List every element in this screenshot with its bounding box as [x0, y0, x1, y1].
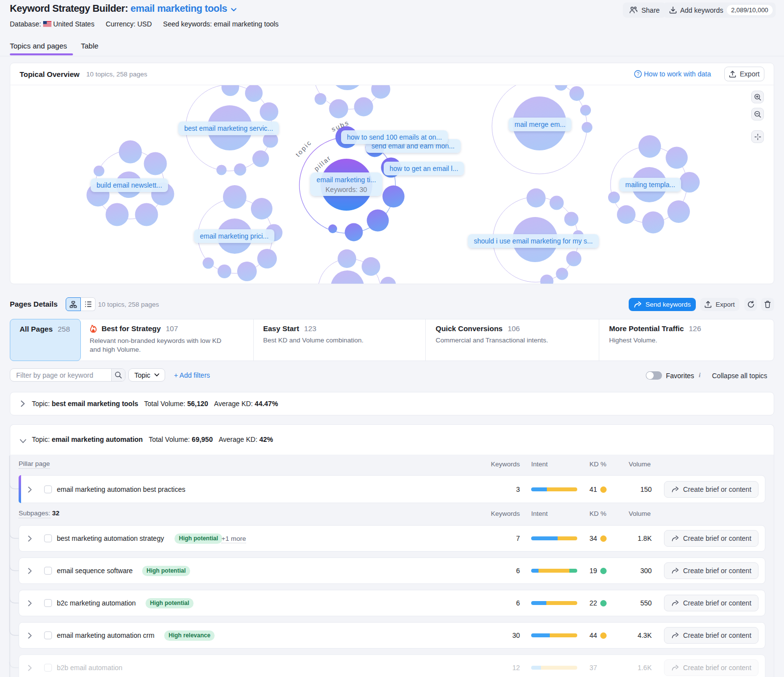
- svg-text:topic: topic: [294, 139, 313, 158]
- svg-text:?: ?: [637, 72, 639, 77]
